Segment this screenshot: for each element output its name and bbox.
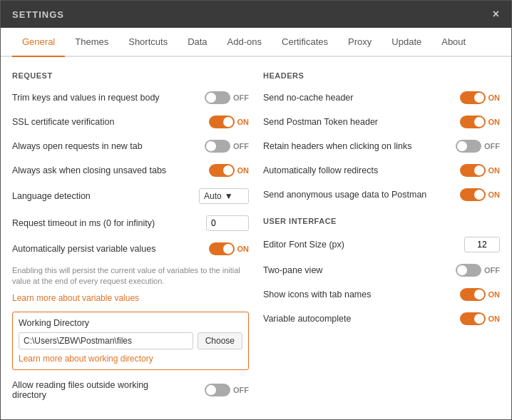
new-tab-value: OFF: [233, 142, 249, 150]
ssl-switch[interactable]: [209, 116, 235, 128]
anonymous-usage-switch[interactable]: [460, 188, 486, 201]
persist-value: ON: [237, 245, 250, 253]
tab-shortcuts[interactable]: Shortcuts: [118, 28, 178, 57]
no-cache-switch[interactable]: [460, 91, 486, 104]
postman-token-value: ON: [488, 118, 501, 126]
postman-token-toggle[interactable]: ON: [460, 116, 501, 128]
follow-redirects-label: Automatically follow redirects: [263, 165, 460, 175]
language-chevron: ▼: [225, 191, 233, 201]
two-pane-toggle[interactable]: OFF: [456, 264, 500, 277]
setting-language: Language detection Auto ▼: [12, 185, 249, 207]
allow-files-switch[interactable]: [205, 384, 230, 396]
setting-icons-tab: Show icons with tab names ON: [263, 285, 500, 304]
anonymous-usage-value: ON: [488, 190, 501, 199]
postman-token-switch[interactable]: [460, 116, 486, 128]
learn-variable-link[interactable]: Learn more about variable values: [12, 293, 249, 303]
right-column: HEADERS Send no-cache header ON Send Pos…: [263, 68, 500, 408]
trim-keys-value: OFF: [233, 93, 249, 102]
setting-persist: Automatically persist variable values ON: [12, 240, 249, 258]
title-bar: SETTINGS ×: [1, 1, 511, 28]
language-label: Language detection: [12, 191, 199, 201]
allow-files-label: Allow reading files outside working dire…: [12, 380, 155, 400]
settings-window: SETTINGS × General Themes Shortcuts Data…: [0, 0, 512, 420]
tab-proxy[interactable]: Proxy: [338, 28, 382, 57]
postman-token-label: Send Postman Token header: [263, 117, 460, 127]
no-cache-value: ON: [488, 93, 501, 102]
setting-no-cache: Send no-cache header ON: [263, 88, 500, 107]
language-select[interactable]: Auto ▼: [199, 188, 249, 204]
setting-allow-files: Allow reading files outside working dire…: [12, 376, 249, 404]
timeout-label: Request timeout in ms (0 for infinity): [12, 218, 206, 228]
working-directory-box: Working Directory Choose Learn more abou…: [12, 312, 249, 370]
autocomplete-label: Variable autocomplete: [263, 314, 460, 324]
unsaved-label: Always ask when closing unsaved tabs: [12, 165, 209, 175]
font-size-label: Editor Font Size (px): [263, 240, 464, 250]
anonymous-usage-toggle[interactable]: ON: [460, 188, 501, 201]
setting-timeout: Request timeout in ms (0 for infinity): [12, 212, 249, 234]
tab-general[interactable]: General: [12, 28, 65, 57]
working-dir-title: Working Directory: [19, 318, 242, 328]
two-pane-value: OFF: [484, 266, 500, 275]
tab-update[interactable]: Update: [382, 28, 431, 57]
unsaved-switch[interactable]: [209, 164, 235, 177]
follow-redirects-switch[interactable]: [460, 164, 486, 177]
setting-anonymous-usage: Send anonymous usage data to Postman ON: [263, 185, 500, 204]
unsaved-value: ON: [237, 166, 250, 175]
retain-headers-value: OFF: [484, 142, 500, 150]
autocomplete-switch[interactable]: [460, 312, 486, 325]
font-size-input[interactable]: [464, 237, 500, 252]
close-button[interactable]: ×: [493, 8, 500, 21]
persist-note: Enabling this will persist the current v…: [12, 265, 249, 287]
two-pane-label: Two-pane view: [263, 265, 456, 275]
new-tab-label: Always open requests in new tab: [12, 141, 205, 151]
tab-themes[interactable]: Themes: [65, 28, 118, 57]
timeout-input[interactable]: [206, 215, 249, 231]
setting-unsaved: Always ask when closing unsaved tabs ON: [12, 161, 249, 180]
retain-headers-switch[interactable]: [456, 140, 481, 153]
allow-files-toggle[interactable]: OFF: [205, 384, 249, 396]
persist-label: Automatically persist variable values: [12, 244, 209, 254]
trim-keys-label: Trim keys and values in request body: [12, 93, 205, 103]
two-pane-switch[interactable]: [456, 264, 481, 277]
working-dir-input[interactable]: [19, 332, 193, 349]
allow-files-value: OFF: [233, 386, 249, 394]
tab-certificates[interactable]: Certificates: [272, 28, 338, 57]
persist-switch[interactable]: [209, 242, 235, 255]
retain-headers-toggle[interactable]: OFF: [456, 140, 500, 153]
follow-redirects-toggle[interactable]: ON: [460, 164, 501, 177]
tab-data[interactable]: Data: [178, 28, 217, 57]
setting-ssl: SSL certificate verification ON: [12, 113, 249, 131]
language-value: Auto: [204, 191, 222, 201]
setting-font-size: Editor Font Size (px): [263, 234, 500, 255]
headers-section-title: HEADERS: [263, 71, 500, 80]
ssl-label: SSL certificate verification: [12, 117, 209, 127]
icons-tab-toggle[interactable]: ON: [460, 288, 501, 301]
no-cache-toggle[interactable]: ON: [460, 91, 501, 104]
persist-toggle[interactable]: ON: [209, 242, 250, 255]
icons-tab-value: ON: [488, 290, 501, 299]
setting-retain-headers: Retain headers when clicking on links OF…: [263, 137, 500, 155]
setting-postman-token: Send Postman Token header ON: [263, 113, 500, 131]
setting-new-tab: Always open requests in new tab OFF: [12, 137, 249, 155]
setting-autocomplete: Variable autocomplete ON: [263, 309, 500, 328]
icons-tab-label: Show icons with tab names: [263, 290, 460, 299]
request-section-title: REQUEST: [12, 71, 249, 80]
setting-two-pane: Two-pane view OFF: [263, 261, 500, 280]
tab-addons[interactable]: Add-ons: [217, 28, 272, 57]
choose-button[interactable]: Choose: [198, 332, 242, 349]
anonymous-usage-label: Send anonymous usage data to Postman: [263, 190, 460, 200]
no-cache-label: Send no-cache header: [263, 93, 460, 103]
learn-working-dir-link[interactable]: Learn more about working directory: [19, 354, 242, 364]
trim-keys-switch[interactable]: [205, 91, 230, 104]
autocomplete-toggle[interactable]: ON: [460, 312, 501, 325]
ssl-toggle[interactable]: ON: [209, 116, 250, 128]
working-dir-row: Choose: [19, 332, 242, 349]
left-column: REQUEST Trim keys and values in request …: [12, 68, 249, 408]
icons-tab-switch[interactable]: [460, 288, 486, 301]
unsaved-toggle[interactable]: ON: [209, 164, 250, 177]
ssl-value: ON: [237, 118, 250, 126]
new-tab-toggle[interactable]: OFF: [205, 140, 249, 153]
new-tab-switch[interactable]: [205, 140, 230, 153]
tab-about[interactable]: About: [431, 28, 476, 57]
trim-keys-toggle[interactable]: OFF: [205, 91, 249, 104]
